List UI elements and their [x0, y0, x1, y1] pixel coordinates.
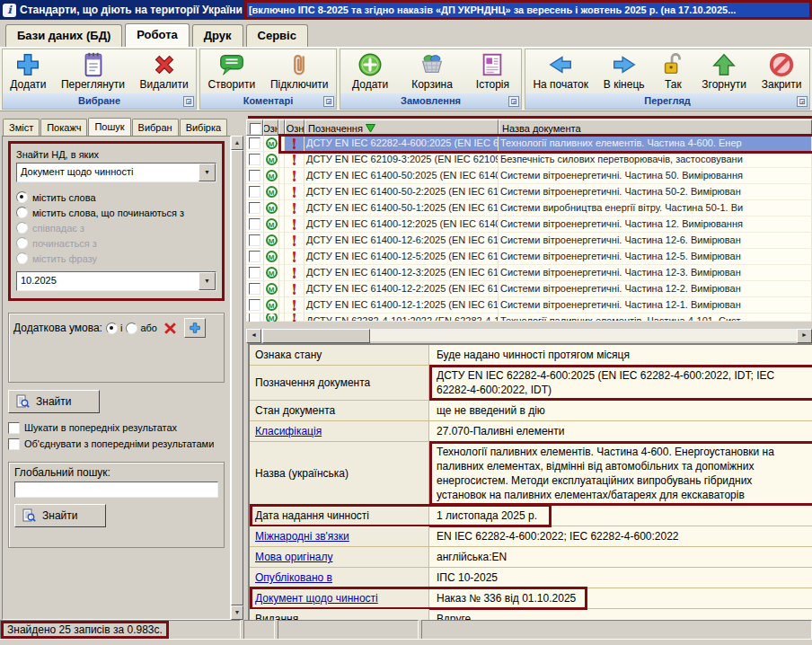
row-checkbox[interactable]: [246, 233, 264, 249]
menu-tab-print[interactable]: Друк: [192, 24, 243, 47]
row-name[interactable]: Системи вітроенергетичні. Частина 12-6. …: [499, 233, 812, 249]
radio-icon[interactable]: [16, 207, 28, 218]
row-designation[interactable]: ДСТУ EN IEC 61400-12-6:2025 (EN IEC 6140…: [304, 233, 499, 249]
checkbox-icon[interactable]: [249, 154, 260, 165]
row-designation[interactable]: ДСТУ EN IEC 61400-12-2:2025 (EN IEC 6140…: [304, 281, 499, 297]
checkbox-icon[interactable]: [249, 218, 260, 230]
row-name[interactable]: Системи вітроенергетичні. Частина 12-1. …: [499, 297, 812, 314]
table-row[interactable]: М ! ДСТУ EN IEC 61400-12-1:2025 (EN IEC …: [246, 297, 812, 314]
table-hscrollbar[interactable]: ◄ ►: [246, 329, 812, 341]
favorites-delete-button[interactable]: Видалити: [135, 50, 192, 92]
menu-tab-service[interactable]: Сервіс: [246, 24, 308, 47]
match-mode-radio[interactable]: починається з: [16, 235, 216, 251]
row-designation[interactable]: ДСТУ EN IEC 61400-50-1:2025 (EN IEC 6140…: [304, 200, 499, 216]
checkbox-icon[interactable]: [249, 283, 260, 295]
scroll-right-icon[interactable]: ►: [797, 329, 812, 343]
scroll-up-icon[interactable]: ▲: [231, 136, 243, 150]
row-checkbox[interactable]: [246, 200, 264, 216]
sidebar-tab-selected[interactable]: Вибран: [132, 119, 179, 136]
row-name[interactable]: Системи вітроенергетичні. Частина 12. Ви…: [499, 216, 812, 233]
header-select-all[interactable]: [246, 119, 263, 136]
order-add-button[interactable]: Додати: [348, 50, 393, 92]
favorites-add-button[interactable]: Додати: [5, 50, 50, 92]
radio-icon[interactable]: [16, 237, 28, 249]
order-basket-button[interactable]: Корзина: [407, 50, 457, 92]
row-name[interactable]: Системи вітроенергетичні. Частина 12-2. …: [499, 281, 812, 297]
chevron-down-icon[interactable]: ▼: [199, 272, 216, 290]
table-row[interactable]: М ! ДСТУ EN IEC 62109-3:2025 (EN IEC 621…: [246, 152, 812, 168]
row-designation[interactable]: ДСТУ EN IEC 61400-12-3:2025 (EN IEC 6140…: [304, 265, 499, 281]
row-name[interactable]: Технології паливних елементів. Частина 4…: [499, 314, 812, 322]
checkbox-icon[interactable]: [249, 170, 260, 181]
table-row[interactable]: М ! ДСТУ EN IEC 61400-12-5:2025 (EN IEC …: [246, 249, 812, 265]
match-mode-radio[interactable]: співпадає з: [16, 220, 216, 235]
header-designation[interactable]: Позначення: [304, 119, 499, 136]
match-mode-radio[interactable]: містить фразу: [16, 251, 216, 266]
scrollbar-thumb[interactable]: [262, 329, 370, 343]
comment-create-button[interactable]: Створити: [203, 50, 260, 92]
table-row[interactable]: М ! ДСТУ EN IEC 61400-50-2:2025 (EN IEC …: [246, 184, 812, 200]
row-name[interactable]: Системи вітроенергетичні. Частина 12-3. …: [499, 265, 812, 281]
radio-or[interactable]: або: [126, 322, 157, 334]
dialog-launcher-icon[interactable]: ◲: [323, 96, 334, 107]
go-start-button[interactable]: На початок: [528, 50, 593, 92]
row-designation[interactable]: ДСТУ EN 62282-4-101:2022 (EN 62282-4-101…: [304, 314, 499, 322]
row-designation[interactable]: ДСТУ EN IEC 61400-12:2025 (EN IEC 61400-…: [304, 216, 499, 233]
search-field-select[interactable]: Документ щодо чинності ▼: [16, 163, 216, 182]
sidebar-tab-search[interactable]: Пошук: [88, 118, 130, 137]
row-checkbox[interactable]: [246, 136, 264, 152]
header-mark1[interactable]: Озн: [263, 119, 278, 136]
row-name[interactable]: Технології паливних елементів. Частина 4…: [499, 136, 812, 152]
row-designation[interactable]: ДСТУ EN IEC 61400-50:2025 (EN IEC 61400-…: [304, 168, 499, 184]
table-row[interactable]: М ! ДСТУ EN IEC 62282-4-600:2025 (EN IEC…: [246, 136, 812, 152]
remove-condition-button[interactable]: [161, 319, 181, 337]
radio-and[interactable]: і: [106, 322, 122, 334]
checkbox-icon[interactable]: [249, 314, 260, 322]
comment-attach-button[interactable]: Підключити: [266, 50, 333, 92]
dialog-launcher-icon[interactable]: ◲: [183, 96, 194, 107]
sidebar-scrollbar[interactable]: ▲ ▼: [231, 136, 243, 620]
row-checkbox[interactable]: [246, 152, 264, 168]
row-checkbox[interactable]: [246, 297, 264, 314]
checkbox-icon[interactable]: [249, 202, 260, 214]
checkbox-icon[interactable]: [250, 123, 261, 135]
table-row[interactable]: М ! ДСТУ EN IEC 61400-12-6:2025 (EN IEC …: [246, 233, 812, 249]
row-checkbox[interactable]: [246, 281, 264, 297]
table-row[interactable]: М ! ДСТУ EN IEC 61400-12:2025 (EN IEC 61…: [246, 216, 812, 233]
dialog-launcher-icon[interactable]: ◲: [508, 96, 519, 107]
header-mark2[interactable]: Озн: [285, 119, 304, 136]
row-designation[interactable]: ДСТУ EN IEC 61400-12-1:2025 (EN IEC 6140…: [304, 297, 499, 314]
search-term-select[interactable]: 10.2025 ▼: [16, 271, 216, 291]
row-designation[interactable]: ДСТУ EN IEC 62109-3:2025 (EN IEC 62109-3…: [304, 152, 499, 168]
order-history-button[interactable]: Історія: [472, 50, 514, 92]
scrollbar-thumb[interactable]: [231, 150, 243, 605]
scroll-left-icon[interactable]: ◄: [246, 329, 261, 343]
checkbox-icon[interactable]: [249, 186, 260, 198]
table-row[interactable]: М ! ДСТУ EN IEC 61400-50-1:2025 (EN IEC …: [246, 200, 812, 216]
collapse-button[interactable]: Згорнути: [697, 50, 751, 92]
row-checkbox[interactable]: [246, 249, 264, 265]
row-name[interactable]: Системи виробництва енергії вітру. Части…: [499, 200, 812, 216]
sidebar-tab-contents[interactable]: Зміст: [3, 119, 40, 136]
table-row[interactable]: М ! ДСТУ EN IEC 61400-50:2025 (EN IEC 61…: [246, 168, 812, 184]
add-condition-button[interactable]: [184, 318, 206, 338]
checkbox-icon[interactable]: [249, 267, 260, 278]
row-checkbox[interactable]: [246, 216, 264, 233]
match-mode-radio[interactable]: містить слова, що починаються з: [16, 205, 216, 220]
radio-icon[interactable]: [16, 191, 28, 203]
table-row[interactable]: М ! ДСТУ EN 62282-4-101:2022 (EN 62282-4…: [246, 314, 812, 322]
filter-down-triangle-icon[interactable]: [366, 124, 375, 133]
row-name[interactable]: Безпечність силових перетворювачів, заст…: [499, 152, 812, 168]
checkbox-icon[interactable]: [249, 251, 260, 262]
checkbox-icon[interactable]: [8, 422, 20, 434]
go-end-button[interactable]: В кінець: [599, 50, 649, 92]
checkbox-icon[interactable]: [249, 137, 260, 149]
chevron-down-icon[interactable]: ▼: [199, 163, 216, 181]
checkbox-icon[interactable]: [249, 234, 260, 246]
table-row[interactable]: М ! ДСТУ EN IEC 61400-12-3:2025 (EN IEC …: [246, 265, 812, 281]
global-find-button[interactable]: Знайти: [14, 504, 106, 527]
checkbox-icon[interactable]: [8, 438, 20, 450]
radio-icon[interactable]: [16, 252, 28, 264]
checkbox-icon[interactable]: [249, 299, 260, 311]
dialog-launcher-icon[interactable]: ◲: [797, 96, 808, 107]
